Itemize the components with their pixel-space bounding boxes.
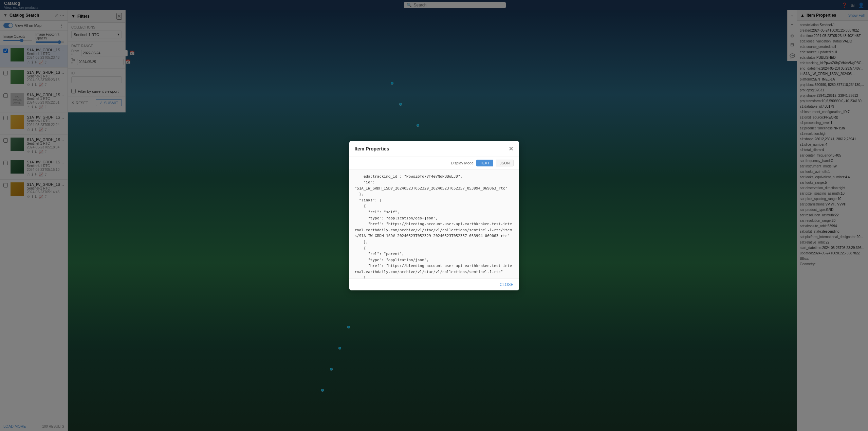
modal-content: eda:tracking_id : "PpwsZ6fq7Vf4eVNgPBBuE… xyxy=(349,169,519,279)
modal-header: Item Properties ✕ xyxy=(349,141,519,157)
display-mode-label: Display Mode xyxy=(451,161,474,165)
json-mode-button[interactable]: JSON xyxy=(496,160,513,166)
modal-title: Item Properties xyxy=(355,146,389,151)
close-modal-button[interactable]: CLOSE xyxy=(500,282,514,287)
modal-display-mode: Display Mode TEXT JSON xyxy=(349,157,519,169)
modal-footer: CLOSE xyxy=(349,279,519,290)
text-mode-button[interactable]: TEXT xyxy=(476,160,493,166)
item-properties-modal: Item Properties ✕ Display Mode TEXT JSON… xyxy=(349,141,519,290)
modal-close-button[interactable]: ✕ xyxy=(509,145,514,152)
modal-overlay[interactable]: Item Properties ✕ Display Mode TEXT JSON… xyxy=(0,0,868,431)
modal-json-content: eda:tracking_id : "PpwsZ6fq7Vf4eVNgPBBuE… xyxy=(355,174,514,279)
